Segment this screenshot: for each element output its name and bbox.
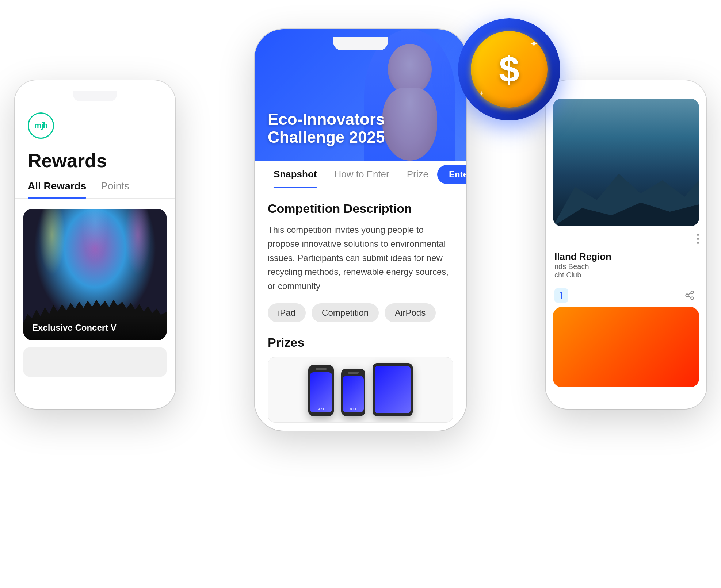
hero-text: Eco-Innovators Challenge 2025 bbox=[268, 111, 385, 146]
tag-airpods[interactable]: AirPods bbox=[385, 303, 436, 322]
left-phone-notch bbox=[73, 91, 117, 101]
right-phone: Iland Region nds Beach cht Club ] bbox=[546, 80, 706, 409]
landscape-image bbox=[553, 99, 699, 226]
left-phone: mjh Rewards All Rewards Points Exclusive… bbox=[15, 80, 175, 409]
center-phone: Eco-Innovators Challenge 2025 Snapshot H… bbox=[255, 29, 466, 431]
content-area: Competition Description This competition… bbox=[255, 188, 466, 423]
device-iphone-1: 9:41 bbox=[308, 365, 334, 416]
tab-prize[interactable]: Prize bbox=[398, 161, 437, 188]
tag-competition[interactable]: Competition bbox=[312, 303, 379, 322]
logo-area: mjh bbox=[15, 109, 175, 146]
coin-symbol: $ bbox=[499, 51, 519, 88]
prize-card: 9:41 9:41 bbox=[268, 357, 453, 423]
tab-all-rewards[interactable]: All Rewards bbox=[28, 180, 86, 198]
svg-line-4 bbox=[688, 293, 691, 295]
coin-badge: $ bbox=[458, 18, 560, 120]
tab-snapshot[interactable]: Snapshot bbox=[265, 161, 325, 188]
mountain-silhouette bbox=[553, 153, 699, 226]
card-info: Iland Region nds Beach cht Club bbox=[546, 247, 706, 284]
card-title: Iland Region bbox=[554, 251, 698, 262]
svg-line-3 bbox=[688, 296, 691, 298]
landscape-card[interactable] bbox=[553, 99, 699, 226]
action-tag[interactable]: ] bbox=[554, 288, 568, 303]
concert-card[interactable]: Exclusive Concert V bbox=[23, 209, 167, 340]
center-nav-tabs: Snapshot How to Enter Prize Enter Now bbox=[255, 161, 466, 188]
device-ipad bbox=[373, 363, 413, 416]
hero-banner: Eco-Innovators Challenge 2025 bbox=[255, 29, 466, 161]
rewards-tabs: All Rewards Points bbox=[15, 172, 175, 199]
coin-outer-ring: $ bbox=[458, 18, 560, 120]
main-scene: mjh Rewards All Rewards Points Exclusive… bbox=[0, 0, 721, 588]
card-actions: ] bbox=[546, 284, 706, 307]
card-sub2: cht Club bbox=[554, 271, 698, 279]
sunset-card[interactable] bbox=[553, 307, 699, 387]
coin-inner: $ bbox=[471, 31, 548, 108]
more-options-icon[interactable] bbox=[697, 234, 699, 244]
enter-now-button[interactable]: Enter Now bbox=[437, 165, 466, 184]
tag-ipad[interactable]: iPad bbox=[268, 303, 306, 322]
card-label: Exclusive Concert V bbox=[32, 323, 158, 333]
share-icon[interactable] bbox=[682, 287, 698, 303]
competition-title: Competition Description bbox=[268, 201, 453, 216]
prizes-title: Prizes bbox=[268, 335, 453, 350]
device-iphone-2: 9:41 bbox=[341, 369, 365, 416]
tab-points[interactable]: Points bbox=[101, 180, 129, 198]
card-sub1: nds Beach bbox=[554, 262, 698, 271]
prize-devices: 9:41 9:41 bbox=[301, 357, 420, 423]
tags-row: iPad Competition AirPods bbox=[268, 303, 453, 322]
rewards-title: Rewards bbox=[15, 146, 175, 172]
second-card bbox=[23, 347, 167, 377]
tab-how-to-enter[interactable]: How to Enter bbox=[325, 161, 398, 188]
logo-icon: mjh bbox=[28, 112, 54, 139]
competition-body: This competition invites young people to… bbox=[268, 223, 453, 293]
center-phone-notch bbox=[333, 37, 388, 50]
